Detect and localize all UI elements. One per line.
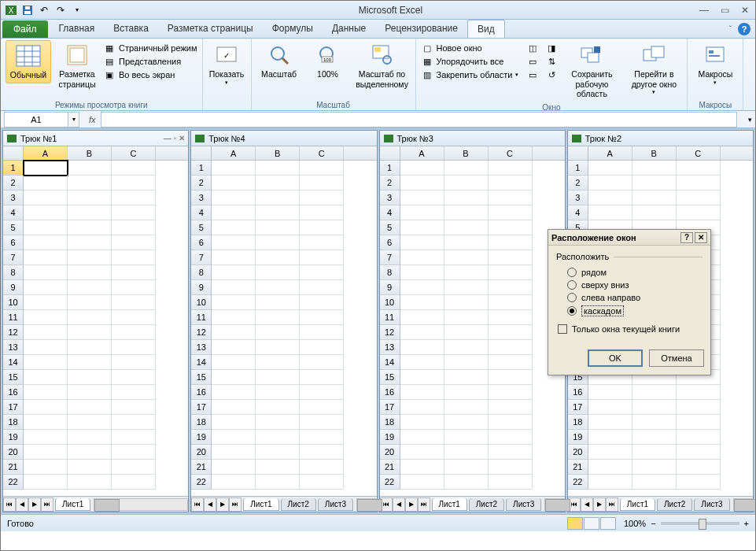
cell[interactable] xyxy=(588,400,632,415)
cell[interactable] xyxy=(300,250,344,265)
cell[interactable] xyxy=(632,400,677,415)
column-header[interactable]: A xyxy=(588,146,632,160)
cell[interactable] xyxy=(68,415,112,430)
sheet-nav-button[interactable]: ▶ xyxy=(216,497,229,512)
cell[interactable] xyxy=(489,355,533,370)
cell[interactable] xyxy=(112,161,156,176)
name-box[interactable]: A1 xyxy=(4,112,68,128)
cell[interactable] xyxy=(68,370,112,385)
cell[interactable] xyxy=(489,280,533,295)
column-header[interactable]: A xyxy=(400,146,444,160)
cell[interactable] xyxy=(112,400,156,415)
cell[interactable] xyxy=(588,415,632,430)
cell[interactable] xyxy=(444,445,489,460)
cell[interactable] xyxy=(588,176,632,190)
cell[interactable] xyxy=(24,430,68,445)
cell[interactable] xyxy=(24,295,68,310)
row-header[interactable]: 4 xyxy=(568,205,588,220)
row-header[interactable]: 17 xyxy=(568,400,588,415)
cell[interactable] xyxy=(256,400,300,415)
cell[interactable] xyxy=(400,415,444,430)
column-header[interactable]: C xyxy=(489,146,533,160)
row-header[interactable]: 6 xyxy=(380,235,400,250)
cell[interactable] xyxy=(256,430,300,445)
row-header[interactable]: 10 xyxy=(380,295,400,310)
row-header[interactable]: 18 xyxy=(191,415,212,430)
radio-option[interactable]: слева направо xyxy=(556,291,703,304)
zoom-selection-button[interactable]: Масштаб по выделенному xyxy=(354,40,411,91)
save-icon[interactable] xyxy=(20,3,35,17)
cell[interactable] xyxy=(212,370,256,385)
cell[interactable] xyxy=(68,176,112,190)
cell[interactable] xyxy=(300,460,344,475)
row-header[interactable]: 18 xyxy=(380,415,400,430)
row-header[interactable]: 21 xyxy=(568,460,588,475)
cell[interactable] xyxy=(68,310,112,325)
cell[interactable] xyxy=(256,385,300,400)
cell[interactable] xyxy=(400,161,444,176)
cell[interactable] xyxy=(112,220,156,235)
cell[interactable] xyxy=(212,340,256,355)
cell[interactable] xyxy=(300,265,344,280)
cell[interactable] xyxy=(68,475,112,490)
cell[interactable] xyxy=(400,325,444,340)
cell[interactable] xyxy=(212,415,256,430)
cell[interactable] xyxy=(489,475,533,490)
sheet-nav-button[interactable]: ⏭ xyxy=(606,497,618,512)
row-header[interactable]: 3 xyxy=(380,190,400,205)
row-header[interactable]: 15 xyxy=(3,370,24,385)
tab-Формулы[interactable]: Формулы xyxy=(263,20,323,38)
row-header[interactable]: 12 xyxy=(3,325,24,340)
cell[interactable] xyxy=(489,340,533,355)
row-header[interactable]: 5 xyxy=(380,220,400,235)
cell[interactable] xyxy=(677,460,721,475)
cell[interactable] xyxy=(300,355,344,370)
sheet-tab[interactable]: Лист3 xyxy=(318,498,353,511)
sheet-nav-button[interactable]: ◀ xyxy=(581,497,593,512)
row-header[interactable]: 16 xyxy=(191,385,212,400)
select-all-corner[interactable] xyxy=(3,146,24,161)
freeze-panes-button[interactable]: ▥Закрепить области ▾ xyxy=(421,68,519,81)
row-header[interactable]: 15 xyxy=(191,370,212,385)
cancel-button[interactable]: Отмена xyxy=(649,349,704,367)
cell[interactable] xyxy=(68,190,112,205)
cell[interactable] xyxy=(677,161,721,176)
sheet-nav-button[interactable]: ▶ xyxy=(593,497,606,512)
cell[interactable] xyxy=(588,385,632,400)
cell[interactable] xyxy=(24,176,68,190)
full-screen-button[interactable]: ▣Во весь экран xyxy=(103,68,197,81)
close-icon[interactable]: ✕ xyxy=(738,4,752,17)
cell[interactable] xyxy=(489,176,533,190)
cell[interactable] xyxy=(489,325,533,340)
sheet-nav-button[interactable]: ◀ xyxy=(204,497,216,512)
row-header[interactable]: 5 xyxy=(191,220,212,235)
cell[interactable] xyxy=(444,310,489,325)
cell[interactable] xyxy=(300,385,344,400)
row-header[interactable]: 21 xyxy=(380,460,400,475)
cell[interactable] xyxy=(212,161,256,176)
zoom-in-icon[interactable]: + xyxy=(744,519,749,528)
cell[interactable] xyxy=(588,460,632,475)
cell[interactable] xyxy=(256,475,300,490)
cell[interactable] xyxy=(444,265,489,280)
fx-icon[interactable]: fx xyxy=(89,115,96,124)
cell[interactable] xyxy=(677,190,721,205)
cell[interactable] xyxy=(489,295,533,310)
row-header[interactable]: 22 xyxy=(568,475,588,490)
cell[interactable] xyxy=(400,310,444,325)
cell[interactable] xyxy=(24,161,68,176)
cell[interactable] xyxy=(632,161,677,176)
cell[interactable] xyxy=(112,370,156,385)
sheet-tab[interactable]: Лист2 xyxy=(657,498,692,511)
cell[interactable] xyxy=(68,161,112,176)
row-header[interactable]: 21 xyxy=(3,460,24,475)
row-header[interactable]: 19 xyxy=(191,430,212,445)
cell[interactable] xyxy=(24,400,68,415)
row-header[interactable]: 18 xyxy=(568,415,588,430)
row-header[interactable]: 11 xyxy=(191,310,212,325)
dialog-titlebar[interactable]: Расположение окон ? ✕ xyxy=(548,230,710,246)
cell[interactable] xyxy=(632,415,677,430)
cell[interactable] xyxy=(489,415,533,430)
formula-input[interactable] xyxy=(101,112,737,128)
cell[interactable] xyxy=(68,385,112,400)
